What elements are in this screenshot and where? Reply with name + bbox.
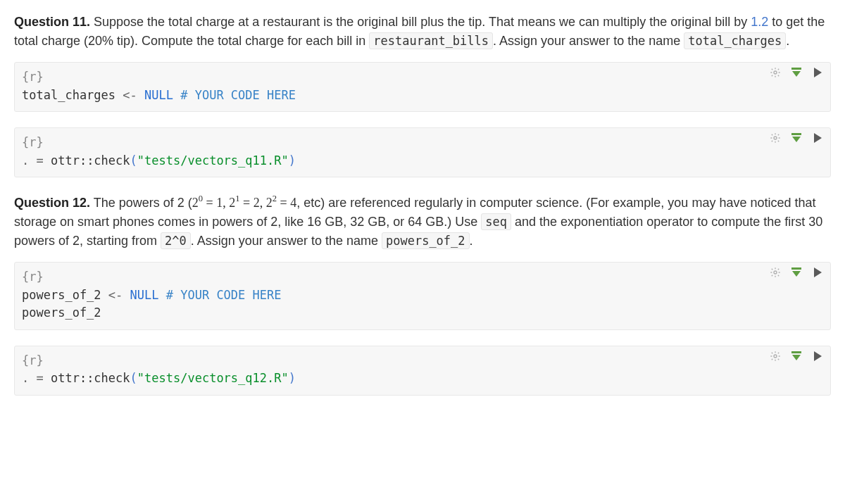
code-content[interactable]: {r} . = ottr::check("tests/vectors_q11.R… — [22, 134, 823, 170]
code-content[interactable]: {r} . = ottr::check("tests/vectors_q12.R… — [22, 352, 823, 388]
tip-multiplier: 1.2 — [751, 15, 768, 29]
run-chunk-icon[interactable] — [812, 267, 823, 278]
code-content[interactable]: {r} powers_of_2 <- NULL # YOUR CODE HERE… — [22, 268, 823, 322]
math-2-pow-0: 20 = 1, 21 = 2, 22 = 4 — [192, 196, 296, 210]
run-above-icon[interactable] — [791, 67, 802, 78]
svg-point-2 — [774, 271, 777, 274]
code-cell-q12-answer[interactable]: {r} powers_of_2 <- NULL # YOUR CODE HERE… — [14, 262, 831, 330]
run-chunk-icon[interactable] — [812, 67, 823, 78]
run-above-icon[interactable] — [791, 267, 802, 278]
gear-icon[interactable] — [770, 132, 781, 144]
code-seq: seq — [481, 213, 511, 230]
gear-icon[interactable] — [770, 351, 781, 362]
question-12-title: Question 12. — [14, 196, 90, 210]
svg-point-3 — [774, 355, 777, 358]
code-content[interactable]: {r} total_charges <- NULL # YOUR CODE HE… — [22, 68, 823, 104]
question-11-text: Question 11. Suppose the total charge at… — [14, 13, 831, 51]
gear-icon[interactable] — [770, 267, 781, 278]
question-12-text: Question 12. The powers of 2 (20 = 1, 21… — [14, 193, 831, 251]
code-2-pow-0: 2^0 — [161, 232, 191, 249]
run-above-icon[interactable] — [791, 132, 802, 144]
code-cell-q11-answer[interactable]: {r} total_charges <- NULL # YOUR CODE HE… — [14, 62, 831, 112]
svg-point-0 — [774, 71, 777, 74]
code-restaurant-bills: restaurant_bills — [369, 32, 493, 49]
run-chunk-icon[interactable] — [812, 132, 823, 144]
cell-toolbar — [770, 267, 823, 278]
cell-toolbar — [770, 351, 823, 362]
code-cell-q12-check[interactable]: {r} . = ottr::check("tests/vectors_q12.R… — [14, 346, 831, 396]
run-chunk-icon[interactable] — [812, 351, 823, 362]
gear-icon[interactable] — [770, 67, 781, 78]
cell-toolbar — [770, 132, 823, 144]
cell-toolbar — [770, 67, 823, 78]
run-above-icon[interactable] — [791, 351, 802, 362]
question-11-title: Question 11. — [14, 15, 90, 29]
code-cell-q11-check[interactable]: {r} . = ottr::check("tests/vectors_q11.R… — [14, 127, 831, 177]
code-total-charges: total_charges — [684, 32, 786, 49]
code-powers-of-2: powers_of_2 — [382, 232, 470, 249]
svg-point-1 — [774, 137, 777, 139]
